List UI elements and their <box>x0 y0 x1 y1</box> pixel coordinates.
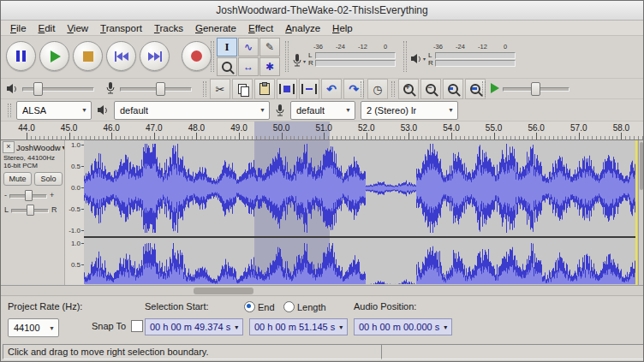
paste-button[interactable] <box>254 79 275 99</box>
copy-button[interactable] <box>232 79 253 99</box>
menu-edit[interactable]: Edit <box>33 22 62 34</box>
length-radio[interactable] <box>283 301 295 312</box>
track-title[interactable]: JoshWoodwa <box>16 143 61 152</box>
audio-position-field[interactable]: 00 h 00 m 00.000 s▾ <box>354 318 452 335</box>
menu-view[interactable]: View <box>61 22 94 34</box>
selection-end-field[interactable]: 00 h 00 m 51.145 s▾ <box>249 318 348 335</box>
menu-analyze[interactable]: Analyze <box>279 22 326 34</box>
recording-meter[interactable]: ▾ -36 -24 -12 0 L R <box>292 43 396 68</box>
ruler-label: 54.0 <box>440 123 462 133</box>
record-button[interactable] <box>182 41 212 71</box>
skip-to-end-button[interactable] <box>140 41 170 71</box>
menu-file[interactable]: File <box>4 22 33 34</box>
play-speed-slider[interactable] <box>503 80 569 96</box>
sync-lock-button[interactable]: ◷ <box>367 79 388 99</box>
zoom-out-button[interactable]: − <box>420 79 441 99</box>
timeshift-tool-button[interactable]: ↔ <box>238 57 259 76</box>
slider-thumb[interactable] <box>27 205 34 216</box>
horizontal-scrollbar-thumb[interactable] <box>194 288 253 294</box>
toolbar-gripper[interactable] <box>391 81 395 97</box>
toolbar-gripper[interactable] <box>203 81 206 97</box>
slider-thumb[interactable] <box>156 82 165 96</box>
close-track-button[interactable]: × <box>3 141 15 153</box>
toolbar-gripper[interactable] <box>482 81 486 97</box>
undo-icon: ↶ <box>326 82 337 96</box>
menu-generate[interactable]: Generate <box>189 22 242 34</box>
pause-button[interactable] <box>6 41 36 71</box>
playback-meter[interactable]: ▾ -36 -24 -12 0 L R <box>410 43 516 67</box>
menu-effect[interactable]: Effect <box>242 22 279 34</box>
multi-tool-button[interactable]: ✱ <box>259 57 280 76</box>
slider-thumb[interactable] <box>531 82 540 96</box>
meter-mic[interactable]: ▾ <box>292 43 306 68</box>
silence-audio-button[interactable] <box>299 79 319 99</box>
ibeam-icon: I <box>224 40 229 54</box>
project-rate-combo[interactable]: 44100▼ <box>8 318 59 337</box>
timeshift-icon: ↔ <box>243 61 253 73</box>
menu-transport[interactable]: Transport <box>94 22 148 34</box>
timeline-ruler[interactable]: 44.045.046.047.048.049.050.051.052.053.0… <box>1 122 643 140</box>
solo-button[interactable]: Solo <box>34 172 63 186</box>
cut-button[interactable]: ✂ <box>210 79 230 99</box>
silence-icon <box>301 84 317 94</box>
ruler-tick <box>282 133 283 139</box>
pan-slider[interactable] <box>11 205 49 215</box>
zoom-in-button[interactable]: + <box>398 79 419 99</box>
toolbar-gripper[interactable] <box>403 41 407 72</box>
vertical-ruler[interactable]: 1.0 0.5 0.0 -0.5 -1.0 1.0 0.5 <box>64 140 85 285</box>
toolbar-gripper[interactable] <box>211 41 214 72</box>
selection-start-field[interactable]: 00 h 00 m 49.374 s▾ <box>145 318 243 335</box>
trim-audio-button[interactable] <box>277 79 297 99</box>
toolbar-gripper[interactable] <box>285 41 289 72</box>
edit-toolbar: ✂ ↶ ↷ <box>210 79 366 99</box>
end-radio[interactable] <box>244 301 255 312</box>
play-at-speed-icon[interactable] <box>491 83 499 93</box>
menu-tracks[interactable]: Tracks <box>148 22 189 34</box>
play-button[interactable] <box>39 41 69 71</box>
meter-bar-left <box>435 52 516 59</box>
status-cell-secondary <box>381 344 644 359</box>
meter-speaker[interactable]: ▾ <box>410 43 426 64</box>
chevron-down-icon: ▾ <box>303 58 306 64</box>
fit-selection-button[interactable] <box>443 79 463 99</box>
toolbar-gripper[interactable] <box>361 81 364 97</box>
recording-volume-slider[interactable] <box>120 80 192 96</box>
slider-thumb[interactable] <box>25 190 33 201</box>
recording-channels-combo[interactable]: 2 (Stereo) lr▼ <box>361 101 458 120</box>
gain-max-label: + <box>50 191 54 199</box>
window-title: JoshWoodward-TheWake-02-ThisIsEverything <box>216 4 427 16</box>
selection-tool-button[interactable]: I <box>217 38 237 56</box>
vertical-scrollbar-thumb[interactable] <box>640 142 643 190</box>
undo-button[interactable]: ↶ <box>321 79 342 99</box>
skip-to-start-button[interactable] <box>106 41 136 71</box>
meter-bars: -36 -24 -12 0 L R <box>308 43 396 67</box>
waveform-channel-left[interactable] <box>84 140 637 236</box>
speaker-icon <box>410 53 422 64</box>
snap-to-checkbox[interactable] <box>131 320 143 332</box>
gain-slider[interactable] <box>9 190 47 200</box>
playback-volume-slider[interactable] <box>22 80 94 96</box>
mute-button[interactable]: Mute <box>3 172 32 186</box>
zoom-out-icon: − <box>426 84 436 94</box>
skip-end-icon <box>154 52 160 61</box>
zoom-tool-button[interactable] <box>217 57 237 76</box>
ruler-label: 45.0 <box>58 123 80 133</box>
playback-device-combo[interactable]: default▼ <box>114 101 270 120</box>
stop-button[interactable] <box>73 41 103 71</box>
scale-label: -12 <box>358 43 367 50</box>
draw-tool-button[interactable]: ✎ <box>259 38 280 56</box>
ruler-tick <box>69 133 70 139</box>
chevron-down-icon: ▾ <box>423 56 426 62</box>
menu-help[interactable]: Help <box>326 22 359 34</box>
vruler-label: -0.5 <box>69 205 80 213</box>
microphone-icon <box>292 53 302 68</box>
recording-device-combo[interactable]: default▼ <box>290 101 355 120</box>
slider-thumb[interactable] <box>33 82 43 96</box>
envelope-tool-button[interactable]: ∿ <box>238 38 259 56</box>
audio-host-combo[interactable]: ALSA▼ <box>16 101 92 120</box>
titlebar[interactable]: JoshWoodward-TheWake-02-ThisIsEverything <box>1 1 643 21</box>
toolbar-gripper[interactable] <box>8 104 11 117</box>
waveform-channel-right[interactable] <box>84 238 637 284</box>
ruler-label: 58.0 <box>610 123 632 133</box>
vertical-scrollbar[interactable] <box>638 140 644 285</box>
